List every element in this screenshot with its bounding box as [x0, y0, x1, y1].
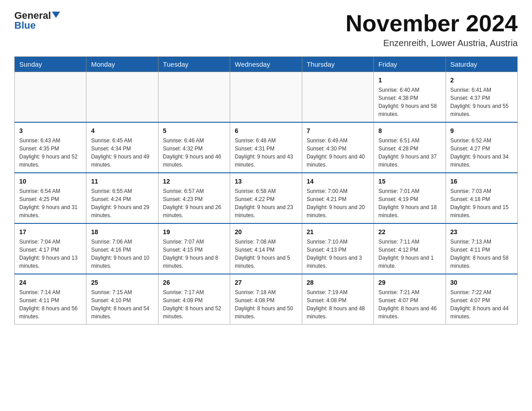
table-row: 3Sunrise: 6:43 AMSunset: 4:35 PMDaylight…: [15, 122, 86, 173]
day-number: 15: [378, 177, 441, 186]
day-info: Sunrise: 7:03 AMSunset: 4:18 PMDaylight:…: [450, 188, 509, 218]
day-number: 21: [307, 227, 369, 237]
day-info: Sunrise: 7:14 AMSunset: 4:11 PMDaylight:…: [19, 289, 77, 320]
day-info: Sunrise: 7:21 AMSunset: 4:07 PMDaylight:…: [378, 289, 437, 320]
table-row: 2Sunrise: 6:41 AMSunset: 4:37 PMDaylight…: [446, 72, 517, 123]
day-info: Sunrise: 6:51 AMSunset: 4:28 PMDaylight:…: [378, 137, 437, 168]
calendar-table: Sunday Monday Tuesday Wednesday Thursday…: [14, 56, 518, 325]
table-row: 15Sunrise: 7:01 AMSunset: 4:19 PMDayligh…: [374, 173, 446, 223]
table-row: 14Sunrise: 7:00 AMSunset: 4:21 PMDayligh…: [302, 173, 373, 223]
table-row: [15, 72, 86, 123]
calendar-week-row: 24Sunrise: 7:14 AMSunset: 4:11 PMDayligh…: [15, 274, 518, 325]
day-number: 10: [19, 177, 82, 186]
table-row: 16Sunrise: 7:03 AMSunset: 4:18 PMDayligh…: [446, 173, 517, 223]
day-number: 22: [378, 227, 441, 237]
table-row: 26Sunrise: 7:17 AMSunset: 4:09 PMDayligh…: [158, 274, 230, 325]
day-number: 18: [91, 227, 153, 237]
table-row: 10Sunrise: 6:54 AMSunset: 4:25 PMDayligh…: [15, 173, 86, 223]
table-row: 21Sunrise: 7:10 AMSunset: 4:13 PMDayligh…: [302, 223, 373, 274]
calendar-week-row: 1Sunrise: 6:40 AMSunset: 4:38 PMDaylight…: [15, 72, 518, 123]
table-row: 13Sunrise: 6:58 AMSunset: 4:22 PMDayligh…: [230, 173, 302, 223]
calendar-week-row: 10Sunrise: 6:54 AMSunset: 4:25 PMDayligh…: [15, 173, 518, 223]
logo: General Blue: [14, 11, 60, 31]
day-number: 28: [307, 278, 369, 287]
day-info: Sunrise: 6:40 AMSunset: 4:38 PMDaylight:…: [378, 87, 437, 117]
table-row: 11Sunrise: 6:55 AMSunset: 4:24 PMDayligh…: [86, 173, 158, 223]
table-row: [302, 72, 373, 123]
header-tuesday: Tuesday: [158, 57, 230, 72]
day-number: 1: [378, 76, 441, 85]
day-info: Sunrise: 6:54 AMSunset: 4:25 PMDaylight:…: [19, 188, 77, 218]
table-row: 30Sunrise: 7:22 AMSunset: 4:07 PMDayligh…: [446, 274, 517, 325]
table-row: 8Sunrise: 6:51 AMSunset: 4:28 PMDaylight…: [374, 122, 446, 173]
day-number: 26: [163, 278, 225, 287]
day-number: 2: [450, 76, 513, 85]
table-row: 1Sunrise: 6:40 AMSunset: 4:38 PMDaylight…: [374, 72, 446, 123]
day-info: Sunrise: 6:57 AMSunset: 4:23 PMDaylight:…: [163, 188, 221, 218]
day-number: 5: [163, 126, 225, 136]
day-number: 4: [91, 126, 153, 136]
header-friday: Friday: [374, 57, 446, 72]
table-row: 24Sunrise: 7:14 AMSunset: 4:11 PMDayligh…: [15, 274, 86, 325]
calendar-week-row: 17Sunrise: 7:04 AMSunset: 4:17 PMDayligh…: [15, 223, 518, 274]
header-saturday: Saturday: [446, 57, 517, 72]
logo-triangle-icon: [52, 12, 60, 18]
table-row: 9Sunrise: 6:52 AMSunset: 4:27 PMDaylight…: [446, 122, 517, 173]
day-info: Sunrise: 7:06 AMSunset: 4:16 PMDaylight:…: [91, 239, 149, 269]
logo-part1: General: [14, 11, 60, 21]
calendar-week-row: 3Sunrise: 6:43 AMSunset: 4:35 PMDaylight…: [15, 122, 518, 173]
table-row: 23Sunrise: 7:13 AMSunset: 4:11 PMDayligh…: [446, 223, 517, 274]
header-monday: Monday: [86, 57, 158, 72]
day-info: Sunrise: 7:04 AMSunset: 4:17 PMDaylight:…: [19, 239, 77, 269]
day-number: 6: [235, 126, 297, 136]
table-row: 4Sunrise: 6:45 AMSunset: 4:34 PMDaylight…: [86, 122, 158, 173]
table-row: 28Sunrise: 7:19 AMSunset: 4:08 PMDayligh…: [302, 274, 373, 325]
table-row: 6Sunrise: 6:48 AMSunset: 4:31 PMDaylight…: [230, 122, 302, 173]
header-thursday: Thursday: [302, 57, 373, 72]
table-row: 22Sunrise: 7:11 AMSunset: 4:12 PMDayligh…: [374, 223, 446, 274]
day-number: 7: [307, 126, 369, 136]
header-sunday: Sunday: [15, 57, 86, 72]
calendar-title: November 2024: [346, 11, 518, 36]
table-row: [158, 72, 230, 123]
day-number: 29: [378, 278, 441, 287]
day-info: Sunrise: 6:48 AMSunset: 4:31 PMDaylight:…: [235, 137, 293, 168]
day-info: Sunrise: 6:46 AMSunset: 4:32 PMDaylight:…: [163, 137, 221, 168]
day-info: Sunrise: 7:07 AMSunset: 4:15 PMDaylight:…: [163, 239, 218, 269]
calendar-subtitle: Enzenreith, Lower Austria, Austria: [346, 38, 518, 48]
table-row: 29Sunrise: 7:21 AMSunset: 4:07 PMDayligh…: [374, 274, 446, 325]
day-number: 12: [163, 177, 225, 186]
table-row: [230, 72, 302, 123]
day-info: Sunrise: 7:01 AMSunset: 4:19 PMDaylight:…: [378, 188, 437, 218]
day-number: 11: [91, 177, 153, 186]
header: General Blue November 2024 Enzenreith, L…: [14, 11, 518, 48]
day-info: Sunrise: 6:58 AMSunset: 4:22 PMDaylight:…: [235, 188, 293, 218]
day-number: 19: [163, 227, 225, 237]
day-number: 27: [235, 278, 297, 287]
table-row: 25Sunrise: 7:15 AMSunset: 4:10 PMDayligh…: [86, 274, 158, 325]
table-row: 7Sunrise: 6:49 AMSunset: 4:30 PMDaylight…: [302, 122, 373, 173]
day-number: 24: [19, 278, 82, 287]
day-number: 13: [235, 177, 297, 186]
day-info: Sunrise: 6:52 AMSunset: 4:27 PMDaylight:…: [450, 137, 509, 168]
day-info: Sunrise: 7:17 AMSunset: 4:09 PMDaylight:…: [163, 289, 221, 320]
day-info: Sunrise: 7:19 AMSunset: 4:08 PMDaylight:…: [307, 289, 365, 320]
calendar-header-row: Sunday Monday Tuesday Wednesday Thursday…: [15, 57, 518, 72]
day-info: Sunrise: 6:41 AMSunset: 4:37 PMDaylight:…: [450, 87, 509, 117]
day-number: 17: [19, 227, 82, 237]
day-info: Sunrise: 7:10 AMSunset: 4:13 PMDaylight:…: [307, 239, 362, 269]
table-row: 17Sunrise: 7:04 AMSunset: 4:17 PMDayligh…: [15, 223, 86, 274]
day-number: 20: [235, 227, 297, 237]
table-row: [86, 72, 158, 123]
title-area: November 2024 Enzenreith, Lower Austria,…: [346, 11, 518, 48]
day-info: Sunrise: 7:08 AMSunset: 4:14 PMDaylight:…: [235, 239, 290, 269]
day-info: Sunrise: 6:45 AMSunset: 4:34 PMDaylight:…: [91, 137, 149, 168]
table-row: 27Sunrise: 7:18 AMSunset: 4:08 PMDayligh…: [230, 274, 302, 325]
table-row: 5Sunrise: 6:46 AMSunset: 4:32 PMDaylight…: [158, 122, 230, 173]
table-row: 19Sunrise: 7:07 AMSunset: 4:15 PMDayligh…: [158, 223, 230, 274]
day-info: Sunrise: 6:49 AMSunset: 4:30 PMDaylight:…: [307, 137, 365, 168]
table-row: 20Sunrise: 7:08 AMSunset: 4:14 PMDayligh…: [230, 223, 302, 274]
day-info: Sunrise: 7:22 AMSunset: 4:07 PMDaylight:…: [450, 289, 509, 320]
day-number: 3: [19, 126, 82, 136]
day-info: Sunrise: 6:43 AMSunset: 4:35 PMDaylight:…: [19, 137, 77, 168]
